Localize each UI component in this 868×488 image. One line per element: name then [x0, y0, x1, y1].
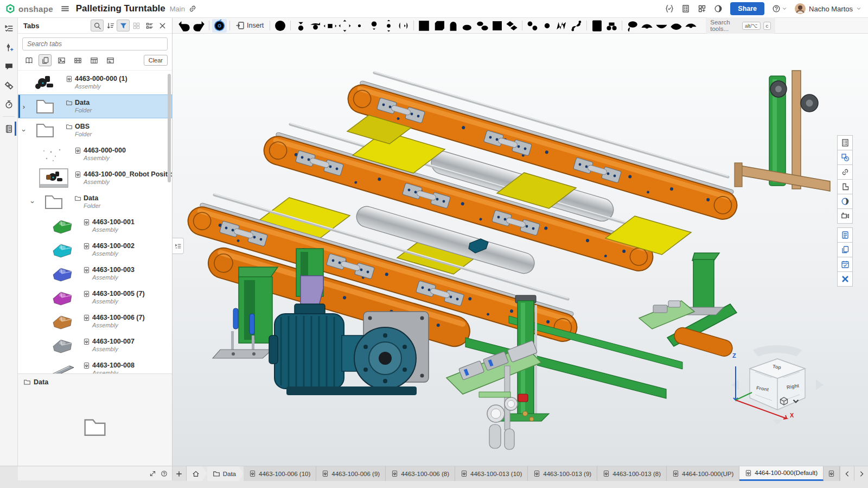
undo-icon[interactable]: [177, 19, 192, 33]
tabs-manager-icon[interactable]: [2, 21, 16, 35]
tree-row[interactable]: › 4463-100-008 Assembly: [18, 357, 172, 373]
pattern-icon[interactable]: [490, 19, 505, 33]
grid-view-icon[interactable]: [130, 20, 143, 31]
magnetic-snap-icon[interactable]: [446, 19, 461, 33]
scroll-tabs-right-icon[interactable]: [854, 466, 868, 481]
insert-button[interactable]: Insert: [233, 20, 267, 31]
group-icon[interactable]: [461, 19, 475, 33]
linked-documents-icon[interactable]: [837, 164, 853, 180]
filter-icon[interactable]: [117, 20, 130, 31]
hide-others-icon[interactable]: [669, 19, 684, 33]
filter-video-icon[interactable]: [71, 54, 84, 66]
notebook-panel-icon[interactable]: [2, 122, 16, 136]
help-icon[interactable]: [161, 470, 168, 477]
tree-row[interactable]: › 4463-000-000 (1) Assembly: [18, 71, 172, 94]
document-tab[interactable]: 4463-100-006 (9): [316, 466, 386, 481]
relations-icon[interactable]: [525, 19, 540, 33]
planner-app-icon[interactable]: [837, 257, 853, 272]
user-menu[interactable]: Nacho Martos: [795, 3, 861, 14]
history-icon[interactable]: [2, 97, 16, 111]
isolate-icon[interactable]: [684, 19, 698, 33]
document-title[interactable]: Palletizing Turntable: [76, 3, 165, 14]
filter-image-icon[interactable]: [55, 54, 68, 66]
document-tab[interactable]: 4464-100-000(UP): [667, 466, 739, 481]
new-tab-button[interactable]: [173, 466, 187, 481]
tree-row[interactable]: › 4463-100-005 (7) Assembly: [18, 286, 172, 309]
onshape-logo[interactable]: onshape: [5, 4, 53, 14]
show-selected-icon[interactable]: [640, 19, 654, 33]
tree-row[interactable]: › 4463-100-003 Assembly: [18, 262, 172, 286]
tree-row[interactable]: › 4463-100-006 (7) Assembly: [18, 309, 172, 333]
parallel-mate-icon[interactable]: [396, 19, 411, 33]
bom-table-icon[interactable]: [837, 135, 853, 150]
named-positions-icon[interactable]: [431, 19, 446, 33]
part-history-icon[interactable]: [837, 150, 853, 165]
tree-row[interactable]: › 4463-100-000_Robot Positio Assembly: [18, 166, 172, 190]
document-tab[interactable]: 4464-100-000(Default): [739, 466, 824, 481]
tree-scrollbar[interactable]: [168, 74, 171, 182]
tree-row[interactable]: › Data Folder: [18, 94, 172, 118]
versions-graph-icon[interactable]: [2, 78, 16, 92]
share-button[interactable]: Share: [730, 2, 764, 15]
filter-part-studio-icon[interactable]: [22, 54, 35, 66]
document-tab[interactable]: 4463-100-006 (10): [244, 466, 316, 481]
render-studio-icon[interactable]: [837, 208, 853, 224]
workspace-label[interactable]: Main: [170, 5, 185, 13]
folder-breadcrumb[interactable]: Data: [207, 466, 244, 481]
tool-search-box[interactable]: Search tools... alt/⌥ c: [706, 17, 775, 34]
view-cube[interactable]: Top Front Right Z X: [726, 340, 829, 427]
filter-other-icon[interactable]: [104, 54, 117, 66]
filter-assembly-icon[interactable]: [39, 54, 52, 66]
features-list-handle[interactable]: [173, 238, 184, 254]
help-menu[interactable]: [772, 4, 787, 13]
fastened-mate-icon[interactable]: [293, 19, 308, 33]
spring-icon[interactable]: [554, 19, 569, 33]
excel-app-icon[interactable]: [837, 271, 853, 287]
chevron-icon[interactable]: ›: [20, 103, 28, 111]
clear-filters-button[interactable]: Clear: [144, 55, 168, 66]
chevron-icon[interactable]: ›: [20, 126, 28, 134]
document-tab-stub[interactable]: [824, 466, 840, 481]
animate-icon[interactable]: [273, 19, 288, 33]
comments-icon[interactable]: [2, 59, 16, 73]
drawing-icon[interactable]: [590, 19, 604, 33]
tree-row[interactable]: › 4463-100-001 Assembly: [18, 214, 172, 238]
tree-row[interactable]: › 4463-000-000 Assembly: [18, 142, 172, 166]
sort-icon[interactable]: [104, 20, 117, 31]
snap-mode-icon[interactable]: [212, 19, 227, 33]
close-icon[interactable]: [156, 20, 169, 31]
mate-connector-icon[interactable]: [417, 19, 431, 33]
cable-icon[interactable]: [569, 19, 584, 33]
open-in-new-icon[interactable]: [149, 470, 156, 477]
home-breadcrumb[interactable]: [187, 466, 207, 481]
planar-mate-icon[interactable]: [337, 19, 352, 33]
redo-icon[interactable]: [192, 19, 206, 33]
search-icon[interactable]: [91, 20, 104, 31]
web-app-icon[interactable]: [837, 194, 853, 209]
apps-icon[interactable]: [698, 4, 706, 13]
bom-icon[interactable]: [681, 4, 690, 13]
replicate-icon[interactable]: [475, 19, 490, 33]
filter-spreadsheet-icon[interactable]: [87, 54, 100, 66]
gear-relation-icon[interactable]: [540, 19, 554, 33]
explode-view-icon[interactable]: [625, 19, 640, 33]
part-studio-icon[interactable]: [837, 179, 853, 194]
revolute-mate-icon[interactable]: [308, 19, 323, 33]
configurations-icon[interactable]: [2, 40, 16, 54]
cylindrical-mate-icon[interactable]: [352, 19, 367, 33]
3d-viewport[interactable]: Top Front Right Z X: [173, 34, 868, 466]
document-tab[interactable]: 4463-100-006 (8): [386, 466, 455, 481]
document-tab[interactable]: 4463-100-013 (9): [528, 466, 597, 481]
tree-row[interactable]: › Data Folder: [18, 190, 172, 214]
view-options-button[interactable]: [779, 396, 801, 406]
measure-icon[interactable]: [604, 19, 619, 33]
pages-app-icon[interactable]: [837, 242, 853, 257]
document-tab[interactable]: 4463-100-013 (8): [597, 466, 667, 481]
slider-mate-icon[interactable]: [323, 19, 337, 33]
main-menu-icon[interactable]: [61, 4, 69, 13]
ai-orb-icon[interactable]: [714, 4, 723, 13]
pin-slot-mate-icon[interactable]: [367, 19, 381, 33]
tree-row[interactable]: › OBS Folder: [18, 118, 172, 142]
spec-doc-icon[interactable]: [837, 227, 853, 243]
document-tab[interactable]: 4463-100-013 (10): [455, 466, 528, 481]
